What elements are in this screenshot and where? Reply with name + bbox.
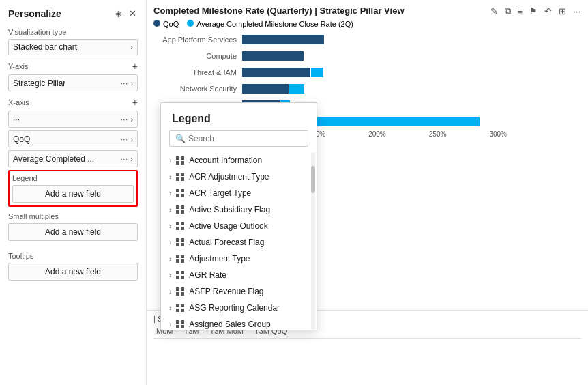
chart-toolbar: ✎ ⧉ ≡ ⚑ ↶ ⊞ ··· bbox=[488, 4, 583, 18]
yaxis-label: Y-axis bbox=[8, 62, 29, 70]
xaxis-row1-text: ··· bbox=[13, 115, 120, 124]
svg-rect-25 bbox=[181, 255, 184, 258]
yaxis-add-icon[interactable]: + bbox=[132, 61, 138, 72]
customize-icon[interactable]: ◈ bbox=[114, 7, 123, 20]
svg-rect-26 bbox=[176, 259, 179, 263]
grid-icon-adjustment-type bbox=[175, 254, 185, 263]
yaxis-value: Strategic Pillar bbox=[13, 79, 120, 88]
pencil-icon[interactable]: ✎ bbox=[488, 5, 500, 18]
svg-rect-8 bbox=[176, 189, 179, 192]
tooltips-add-button[interactable]: Add a new field bbox=[8, 263, 138, 281]
left-panel: Personalize ◈ ✕ Visualization type Stack… bbox=[0, 0, 147, 385]
list-label-active-usage: Active Usage Outlook bbox=[189, 221, 267, 231]
svg-rect-18 bbox=[176, 227, 179, 230]
xaxis-row-2[interactable]: QoQ ··· › bbox=[8, 130, 138, 147]
legend-label: Legend bbox=[12, 174, 134, 182]
svg-rect-32 bbox=[176, 287, 179, 291]
svg-rect-30 bbox=[176, 276, 179, 279]
grid-icon-assigned-sales bbox=[175, 319, 185, 329]
list-item-assigned-sales[interactable]: › Assigned Sales Group bbox=[161, 316, 317, 330]
more-icon[interactable]: ··· bbox=[571, 5, 583, 18]
xaxis-row-1[interactable]: ··· ··· › bbox=[8, 111, 138, 128]
search-icon: 🔍 bbox=[175, 134, 186, 143]
svg-rect-40 bbox=[176, 320, 179, 324]
copy-icon[interactable]: ⧉ bbox=[503, 4, 513, 18]
panel-header-icons: ◈ ✕ bbox=[114, 7, 138, 20]
arrow-acr-target: › bbox=[169, 190, 171, 197]
svg-rect-33 bbox=[181, 287, 184, 291]
bar-blue-3 bbox=[311, 68, 323, 77]
yaxis-dropdown[interactable]: Strategic Pillar ··· › bbox=[8, 74, 138, 91]
bar-dark-4 bbox=[242, 84, 289, 94]
svg-rect-10 bbox=[176, 194, 179, 197]
svg-rect-16 bbox=[176, 222, 179, 225]
arrow-asg-reporting: › bbox=[169, 304, 171, 312]
svg-rect-41 bbox=[181, 320, 184, 324]
list-label-acr-target: ACR Target Type bbox=[189, 188, 251, 198]
list-item-acr-target[interactable]: › ACR Target Type bbox=[161, 185, 317, 201]
svg-rect-4 bbox=[176, 173, 179, 176]
bar-track-2 bbox=[242, 51, 581, 61]
close-icon[interactable]: ✕ bbox=[128, 7, 138, 20]
list-item-active-usage[interactable]: › Active Usage Outlook bbox=[161, 218, 317, 234]
grid-icon-acr-target bbox=[175, 188, 185, 198]
svg-rect-36 bbox=[176, 304, 179, 307]
bar-track-3 bbox=[242, 68, 581, 77]
svg-rect-35 bbox=[181, 292, 184, 296]
legend-dropdown: Legend 🔍 › Account Information › ACR Adj… bbox=[160, 102, 317, 330]
svg-rect-11 bbox=[181, 194, 184, 197]
list-item-adjustment-type[interactable]: › Adjustment Type bbox=[161, 251, 317, 267]
list-label-account-info: Account Information bbox=[189, 156, 262, 165]
svg-rect-27 bbox=[181, 259, 184, 263]
bar-dark-3 bbox=[242, 68, 310, 77]
svg-rect-6 bbox=[176, 177, 179, 181]
xaxis-row1-dots: ··· bbox=[120, 114, 128, 124]
bar-dark-1 bbox=[242, 35, 324, 44]
viz-type-dropdown[interactable]: Stacked bar chart › bbox=[8, 39, 138, 55]
align-icon[interactable]: ≡ bbox=[516, 5, 525, 18]
list-item-asg-reporting[interactable]: › ASG Reporting Calendar bbox=[161, 300, 317, 316]
bar-row-1: App Platform Services bbox=[153, 33, 581, 46]
legend-search-input[interactable] bbox=[188, 134, 302, 143]
arrow-assigned-sales: › bbox=[169, 321, 171, 328]
svg-rect-19 bbox=[181, 227, 184, 230]
arrow-acr-adj: › bbox=[169, 173, 171, 181]
viz-type-arrow: › bbox=[130, 43, 133, 51]
svg-rect-42 bbox=[176, 325, 179, 328]
list-item-acr-adj[interactable]: › ACR Adjustment Type bbox=[161, 169, 317, 185]
list-item-actual-forecast[interactable]: › Actual Forecast Flag bbox=[161, 234, 317, 251]
list-label-actual-forecast: Actual Forecast Flag bbox=[189, 238, 264, 247]
legend-section: Legend Add a new field bbox=[8, 170, 138, 207]
small-multiples-add-button[interactable]: Add a new field bbox=[8, 223, 138, 241]
tooltips-label: Tooltips bbox=[8, 252, 138, 260]
xaxis-row-3[interactable]: Average Completed ... ··· › bbox=[8, 150, 138, 167]
xaxis-header: X-axis + bbox=[8, 97, 138, 108]
svg-rect-20 bbox=[176, 238, 179, 242]
bar-blue-4 bbox=[289, 84, 304, 94]
grid-icon-account-info bbox=[175, 156, 185, 165]
svg-rect-31 bbox=[181, 276, 184, 279]
viz-type-value: Stacked bar chart bbox=[13, 42, 130, 52]
undo-icon[interactable]: ↶ bbox=[542, 5, 554, 18]
xaxis-row1-arrow: › bbox=[130, 115, 133, 124]
legend-scrollbar[interactable] bbox=[311, 152, 315, 330]
arrow-active-sub: › bbox=[169, 206, 171, 214]
svg-rect-38 bbox=[176, 309, 179, 312]
viz-type-label: Visualization type bbox=[8, 28, 138, 36]
flag-icon[interactable]: ⚑ bbox=[527, 5, 540, 18]
xaxis-add-icon[interactable]: + bbox=[132, 97, 138, 108]
bar-label-1: App Platform Services bbox=[153, 35, 242, 44]
bar-track-4 bbox=[242, 84, 581, 94]
xaxis-row3-arrow: › bbox=[130, 155, 133, 163]
grid-icon[interactable]: ⊞ bbox=[557, 5, 568, 18]
list-item-agr-rate[interactable]: › AGR Rate bbox=[161, 267, 317, 283]
list-label-asfp: ASFP Revenue Flag bbox=[189, 287, 263, 296]
grid-icon-actual-forecast bbox=[175, 238, 185, 247]
list-item-account-info[interactable]: › Account Information bbox=[161, 152, 317, 169]
svg-rect-9 bbox=[181, 189, 184, 192]
svg-rect-22 bbox=[176, 243, 179, 246]
legend-add-field-button[interactable]: Add a new field bbox=[12, 185, 134, 203]
list-item-active-sub[interactable]: › Active Subsidiary Flag bbox=[161, 201, 317, 218]
list-item-asfp[interactable]: › ASFP Revenue Flag bbox=[161, 283, 317, 300]
svg-rect-13 bbox=[181, 205, 184, 209]
